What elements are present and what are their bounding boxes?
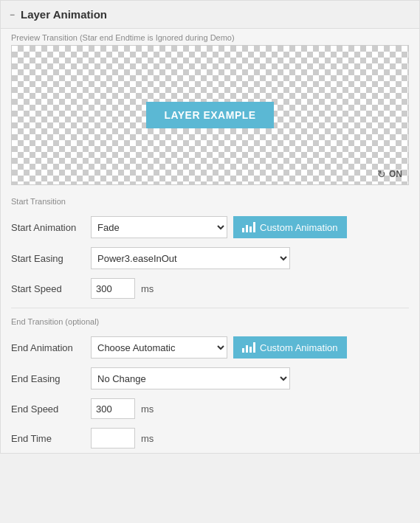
start-animation-row: Start Animation Fade Slide Zoom Rotate N… <box>1 212 419 243</box>
end-easing-select[interactable]: No Change Power3.easeInOut Linear Power1… <box>91 367 290 389</box>
end-easing-row: End Easing No Change Power3.easeInOut Li… <box>1 363 419 394</box>
start-custom-animation-label: Custom Animation <box>260 222 338 233</box>
start-speed-label: Start Speed <box>11 283 85 294</box>
collapse-icon[interactable]: − <box>10 10 15 20</box>
refresh-icon[interactable]: ↻ <box>377 168 386 180</box>
section-divider <box>11 308 409 308</box>
start-animation-label: Start Animation <box>11 222 85 233</box>
end-speed-row: End Speed ms <box>1 394 419 423</box>
end-time-label: End Time <box>11 433 85 444</box>
start-speed-input[interactable] <box>91 278 135 299</box>
start-easing-label: Start Easing <box>11 253 85 264</box>
panel-title: Layer Animation <box>21 8 107 21</box>
start-easing-select[interactable]: Power3.easeInOut Linear Power1.easeIn Po… <box>91 247 290 269</box>
bar-chart-icon <box>242 222 255 232</box>
preview-label: Preview Transition (Star end Endtime is … <box>1 29 419 45</box>
end-animation-select[interactable]: Choose Automatic Fade Slide Zoom None <box>91 336 227 359</box>
end-animation-label: End Animation <box>11 342 85 353</box>
end-time-unit: ms <box>141 433 154 444</box>
start-transition-label: Start Transition <box>1 193 419 212</box>
end-transition-label: End Transition (optional) <box>1 313 419 332</box>
end-custom-animation-label: Custom Animation <box>260 342 338 353</box>
start-custom-animation-button[interactable]: Custom Animation <box>233 216 347 238</box>
end-time-row: End Time ms <box>1 423 419 453</box>
start-animation-select[interactable]: Fade Slide Zoom Rotate None <box>91 216 227 238</box>
preview-area: LAYER EXAMPLE ↻ ON <box>11 45 409 185</box>
end-speed-input[interactable] <box>91 398 135 419</box>
end-bar-chart-icon <box>242 342 255 353</box>
start-speed-row: Start Speed ms <box>1 274 419 303</box>
end-easing-label: End Easing <box>11 373 85 384</box>
start-easing-row: Start Easing Power3.easeInOut Linear Pow… <box>1 243 419 274</box>
end-custom-animation-button[interactable]: Custom Animation <box>233 336 347 359</box>
end-animation-row: End Animation Choose Automatic Fade Slid… <box>1 332 419 363</box>
end-speed-unit: ms <box>141 403 154 415</box>
end-speed-label: End Speed <box>11 403 85 415</box>
on-label: ON <box>389 169 402 179</box>
preview-controls: ↻ ON <box>377 168 402 180</box>
layer-animation-panel: − Layer Animation Preview Transition (St… <box>0 0 420 454</box>
end-time-input[interactable] <box>91 428 135 448</box>
start-speed-unit: ms <box>141 283 154 294</box>
panel-header: − Layer Animation <box>1 1 419 29</box>
layer-example-button[interactable]: LAYER EXAMPLE <box>146 102 273 128</box>
